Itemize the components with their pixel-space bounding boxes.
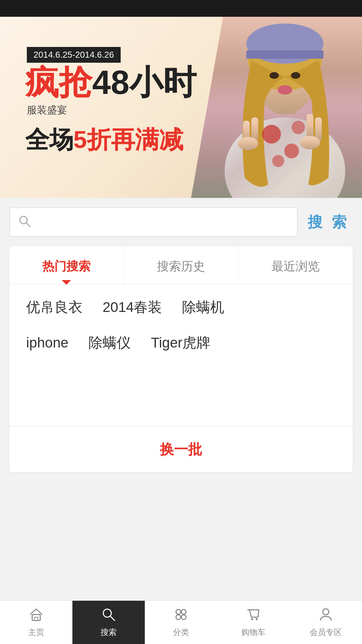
svg-point-31 — [256, 618, 258, 620]
svg-point-29 — [181, 615, 186, 620]
status-bar — [0, 0, 362, 17]
svg-point-7 — [269, 72, 279, 79]
search-button[interactable]: 搜 索 — [304, 212, 353, 232]
home-icon — [29, 607, 44, 624]
svg-rect-18 — [251, 117, 258, 141]
banner-date: 2014.6.25-2014.6.26 — [27, 47, 121, 63]
svg-point-11 — [284, 144, 299, 158]
nav-member[interactable]: 会员专区 — [290, 601, 362, 644]
banner-model-image — [191, 17, 362, 198]
refresh-button[interactable]: 换一批 — [9, 427, 353, 472]
hot-search-item-2[interactable]: 2014春装 — [103, 298, 162, 317]
svg-point-10 — [262, 125, 281, 144]
svg-point-19 — [238, 137, 258, 150]
tab-recent-browse[interactable]: 最近浏览 — [238, 246, 353, 284]
nav-category-label: 分类 — [173, 627, 189, 638]
banner-title: 疯抢48小时 — [25, 65, 196, 99]
banner: 2014.6.25-2014.6.26 疯抢48小时 服装盛宴 全场5折再满减 — [0, 17, 362, 198]
tab-hot-search[interactable]: 热门搜索 — [9, 246, 124, 284]
hot-search-item-6[interactable]: Tiger虎牌 — [151, 333, 210, 352]
svg-rect-15 — [307, 114, 313, 139]
hot-search-item-3[interactable]: 除螨机 — [182, 298, 224, 317]
hot-search-item-4[interactable]: iphone — [26, 335, 68, 351]
svg-point-30 — [251, 618, 253, 620]
search-section: 搜 索 — [0, 198, 362, 243]
hot-search-content: 优帛良衣 2014春装 除螨机 iphone 除螨仪 Tiger虎牌 — [9, 284, 353, 416]
main-card: 热门搜索 搜索历史 最近浏览 优帛良衣 2014春装 除螨机 iphone 除螨… — [9, 246, 353, 472]
nav-home[interactable]: 主页 — [0, 601, 72, 644]
svg-line-25 — [110, 616, 115, 621]
svg-point-27 — [181, 609, 186, 614]
hot-search-row-2: iphone 除螨仪 Tiger虎牌 — [26, 333, 336, 352]
banner-subtitle: 服装盛宴 — [27, 103, 67, 117]
banner-promo: 全场5折再满减 — [25, 127, 183, 152]
banner-title-normal: 48小时 — [92, 63, 196, 101]
svg-line-21 — [26, 223, 30, 227]
tab-search-history[interactable]: 搜索历史 — [124, 246, 239, 284]
banner-promo-highlight: 5折再满减 — [73, 126, 183, 153]
svg-point-12 — [272, 155, 284, 167]
bottom-spacer — [0, 482, 362, 532]
model-svg — [191, 17, 362, 198]
nav-cart-label: 购物车 — [241, 627, 265, 638]
svg-point-8 — [291, 72, 300, 79]
nav-home-label: 主页 — [28, 627, 44, 638]
member-icon — [318, 607, 333, 624]
nav-category[interactable]: 分类 — [145, 601, 217, 644]
banner-promo-normal: 全场 — [25, 126, 73, 153]
bottom-nav: 主页 搜索 分类 — [0, 600, 362, 644]
svg-point-26 — [176, 609, 181, 614]
svg-rect-6 — [246, 50, 323, 59]
hot-search-item-5[interactable]: 除螨仪 — [88, 333, 131, 352]
nav-member-label: 会员专区 — [310, 627, 342, 638]
cart-icon — [246, 607, 261, 624]
svg-point-9 — [278, 85, 292, 95]
nav-search[interactable]: 搜索 — [72, 601, 145, 644]
search-input-wrap[interactable] — [9, 207, 298, 237]
svg-point-28 — [176, 615, 181, 620]
hot-search-row-1: 优帛良衣 2014春装 除螨机 — [26, 298, 336, 317]
search-nav-icon — [101, 607, 116, 624]
search-icon — [18, 215, 32, 229]
svg-point-16 — [300, 136, 320, 149]
category-icon — [174, 607, 188, 624]
empty-space — [26, 369, 336, 409]
tabs: 热门搜索 搜索历史 最近浏览 — [9, 246, 353, 284]
hot-search-item-1[interactable]: 优帛良衣 — [26, 298, 82, 317]
svg-point-32 — [323, 609, 329, 615]
search-input[interactable] — [37, 216, 289, 229]
svg-point-13 — [292, 121, 305, 134]
nav-cart[interactable]: 购物车 — [217, 601, 290, 644]
nav-search-label: 搜索 — [101, 627, 117, 638]
banner-title-highlight: 疯抢 — [25, 63, 92, 101]
